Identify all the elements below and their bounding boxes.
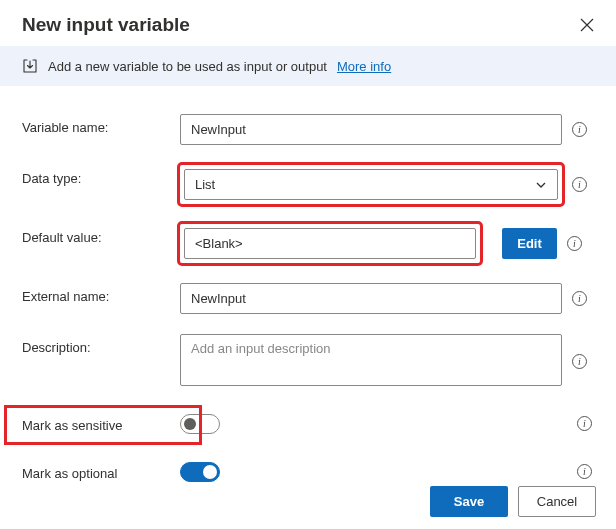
row-mark-optional: Mark as optional i	[22, 460, 598, 482]
form-body: Variable name: i Data type: List i Defau…	[0, 86, 616, 482]
row-external-name: External name: i	[22, 283, 598, 314]
mark-sensitive-toggle[interactable]	[180, 414, 220, 434]
info-icon[interactable]: i	[572, 354, 587, 369]
row-variable-name: Variable name: i	[22, 114, 598, 145]
label-variable-name: Variable name:	[22, 114, 180, 135]
close-button[interactable]	[576, 14, 598, 36]
label-mark-sensitive: Mark as sensitive	[22, 412, 180, 433]
save-button[interactable]: Save	[430, 486, 508, 517]
info-icon[interactable]: i	[572, 177, 587, 192]
info-icon[interactable]: i	[567, 236, 582, 251]
info-bar: Add a new variable to be used as input o…	[0, 46, 616, 86]
row-default-value: Default value: <Blank> Edit i	[22, 224, 598, 263]
variable-name-input[interactable]	[180, 114, 562, 145]
label-external-name: External name:	[22, 283, 180, 304]
label-data-type: Data type:	[22, 165, 180, 186]
info-icon[interactable]: i	[572, 291, 587, 306]
info-icon[interactable]: i	[572, 122, 587, 137]
row-data-type: Data type: List i	[22, 165, 598, 204]
dialog-title: New input variable	[22, 14, 190, 36]
row-mark-sensitive: Mark as sensitive i	[22, 412, 598, 434]
cancel-button[interactable]: Cancel	[518, 486, 596, 517]
more-info-link[interactable]: More info	[337, 59, 391, 74]
dialog-header: New input variable	[0, 0, 616, 46]
info-bar-text: Add a new variable to be used as input o…	[48, 59, 327, 74]
description-input[interactable]	[180, 334, 562, 386]
chevron-down-icon	[535, 179, 547, 191]
row-description: Description: i	[22, 334, 598, 386]
edit-button[interactable]: Edit	[502, 228, 557, 259]
close-icon	[580, 18, 594, 32]
label-description: Description:	[22, 334, 180, 355]
label-default-value: Default value:	[22, 224, 180, 245]
download-icon	[22, 58, 38, 74]
info-icon[interactable]: i	[577, 464, 592, 479]
data-type-select[interactable]: List	[184, 169, 558, 200]
dialog-footer: Save Cancel	[430, 486, 596, 517]
data-type-value: List	[195, 177, 215, 192]
label-mark-optional: Mark as optional	[22, 460, 180, 481]
default-value-display: <Blank>	[184, 228, 476, 259]
mark-optional-toggle[interactable]	[180, 462, 220, 482]
info-icon[interactable]: i	[577, 416, 592, 431]
default-value-text: <Blank>	[195, 236, 243, 251]
external-name-input[interactable]	[180, 283, 562, 314]
